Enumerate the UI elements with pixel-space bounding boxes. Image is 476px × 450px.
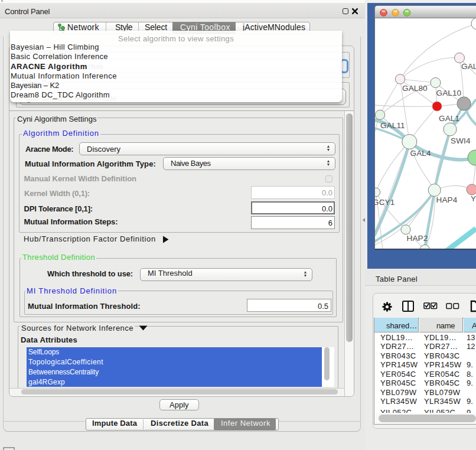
svg-text:GAL80: GAL80 — [402, 84, 428, 93]
svg-text:SWI4: SWI4 — [451, 136, 471, 145]
svg-text:GAL4: GAL4 — [410, 149, 431, 158]
svg-text:GAL11: GAL11 — [380, 121, 405, 130]
svg-text:GCY1: GCY1 — [374, 198, 395, 207]
svg-text:Y: Y — [471, 194, 476, 203]
svg-text:HAP2: HAP2 — [407, 234, 428, 243]
svg-text:GAL10: GAL10 — [436, 89, 462, 97]
svg-text:GAL1: GAL1 — [439, 114, 459, 123]
svg-text:GAL: GAL — [461, 62, 476, 71]
svg-text:HAP4: HAP4 — [436, 195, 458, 204]
